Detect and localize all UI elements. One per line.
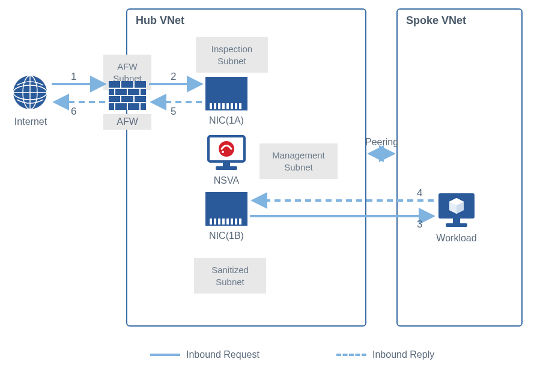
svg-rect-38 [218, 219, 220, 225]
svg-rect-36 [210, 219, 212, 225]
internet-label: Internet [11, 116, 50, 127]
svg-rect-34 [205, 192, 247, 217]
flow-step-5: 5 [171, 106, 176, 118]
workload-label: Workload [431, 233, 482, 244]
peering-label: Peering [365, 137, 398, 148]
nic1a-icon [205, 77, 247, 110]
nsva-icon [207, 135, 246, 171]
svg-rect-28 [239, 103, 241, 109]
legend-request: Inbound Request [150, 349, 259, 360]
management-line1: Management [272, 150, 325, 160]
svg-rect-23 [218, 103, 220, 109]
svg-rect-45 [453, 219, 460, 223]
legend-request-label: Inbound Request [186, 349, 259, 360]
nic1b-label: NIC(1B) [205, 231, 247, 241]
svg-rect-37 [214, 219, 216, 225]
sanitized-subnet-label: Sanitized Subnet [194, 258, 266, 294]
inspection-line2: Subnet [217, 56, 246, 66]
globe-icon [11, 73, 49, 112]
svg-rect-43 [239, 219, 241, 225]
hub-vnet-title: Hub VNet [136, 14, 184, 27]
inspection-subnet-label: Inspection Subnet [196, 37, 268, 73]
svg-rect-42 [235, 219, 237, 225]
svg-rect-25 [226, 103, 229, 109]
svg-point-33 [222, 151, 224, 153]
spoke-vnet-title: Spoke VNet [406, 14, 466, 27]
workload-icon [437, 192, 476, 228]
svg-rect-46 [446, 223, 467, 227]
svg-rect-30 [223, 161, 230, 166]
svg-rect-22 [214, 103, 216, 109]
svg-rect-39 [222, 219, 225, 225]
spoke-vnet-box: Spoke VNet [396, 8, 523, 327]
legend-reply-label: Inbound Reply [372, 349, 434, 360]
svg-rect-31 [216, 166, 237, 170]
flow-step-1: 1 [71, 71, 76, 83]
svg-rect-19 [205, 77, 247, 102]
svg-rect-24 [222, 103, 225, 109]
flow-step-6: 6 [71, 106, 76, 118]
svg-rect-40 [226, 219, 229, 225]
inspection-line1: Inspection [211, 44, 252, 54]
nic1b-icon [205, 192, 247, 226]
sanitized-line2: Subnet [216, 277, 244, 287]
nic1a-label: NIC(1A) [205, 115, 247, 126]
flow-step-2: 2 [171, 71, 176, 83]
flow-step-4: 4 [417, 187, 422, 199]
nsva-label: NSVA [207, 175, 246, 186]
management-subnet-label: Management Subnet [259, 143, 338, 179]
firewall-icon [109, 81, 146, 110]
legend-reply: Inbound Reply [336, 349, 434, 360]
legend-solid-line-icon [150, 354, 180, 356]
sanitized-line1: Sanitized [211, 265, 249, 275]
svg-rect-27 [235, 103, 237, 109]
flow-step-3: 3 [417, 219, 422, 231]
svg-rect-21 [210, 103, 212, 109]
svg-rect-26 [231, 103, 233, 109]
afw-label: AFW [103, 114, 151, 130]
svg-rect-41 [231, 219, 233, 225]
afw-subnet-line1: AFW [117, 61, 137, 71]
legend-dashed-line-icon [336, 354, 366, 356]
management-line2: Subnet [284, 162, 313, 172]
